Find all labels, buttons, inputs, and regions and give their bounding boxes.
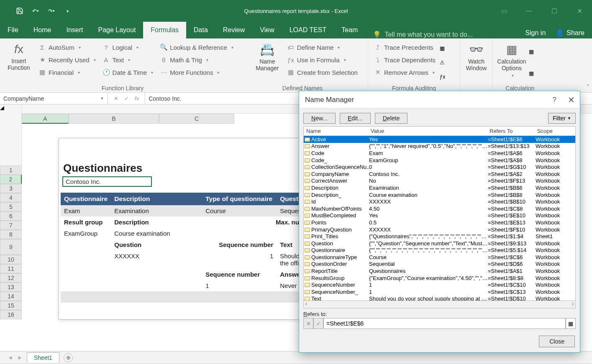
calculation-options-button[interactable]: ▦Calculation Options xyxy=(496,41,527,84)
page-layout-tab[interactable]: Page Layout xyxy=(90,22,143,38)
row-header-4[interactable]: 4 xyxy=(0,193,22,202)
math-trig-button[interactable]: θMath & Trig xyxy=(157,53,236,66)
row-header-6[interactable]: 6 xyxy=(0,211,22,221)
autosum-button[interactable]: ΣAutoSum xyxy=(36,41,98,53)
name-row[interactable]: Question{"","Question","Sequence number"… xyxy=(304,240,575,247)
enter-formula-icon[interactable]: ✓ xyxy=(124,95,129,102)
selected-cell[interactable]: Contoso Inc. xyxy=(62,176,152,187)
date-time-button[interactable]: 🕐Date & Time xyxy=(100,66,156,79)
row-header-9[interactable]: 9 xyxy=(0,239,22,255)
calculate-sheet-icon[interactable]: ▦ xyxy=(529,70,534,76)
data-tab[interactable]: Data xyxy=(186,22,215,38)
row-header-13[interactable]: 13 xyxy=(0,283,22,292)
qat-customize[interactable]: ▾ xyxy=(59,4,75,18)
name-row[interactable]: Points0.5=Sheet1!$E$13Workbook xyxy=(304,219,575,226)
undo-button[interactable]: ↶▾ xyxy=(28,4,44,18)
filter-button[interactable]: Filter▼ xyxy=(548,113,576,124)
horizontal-scrollbar[interactable]: ‹› xyxy=(303,301,576,308)
name-row[interactable]: PrimaryQuestionXXXXXX=Sheet1!$F$10Workbo… xyxy=(304,226,575,233)
col-header-c[interactable]: C xyxy=(159,114,234,124)
name-box[interactable]: CompanyName▼ xyxy=(0,93,108,104)
watch-window-button[interactable]: 👓Watch Window xyxy=(464,41,489,91)
row-header-5[interactable]: 5 xyxy=(0,202,22,211)
col-value[interactable]: Value xyxy=(368,127,487,135)
col-scope[interactable]: Scope xyxy=(535,127,575,135)
name-manager-button[interactable]: 📇Name Manager xyxy=(252,41,283,84)
close-button[interactable]: ✕ xyxy=(567,3,592,18)
cancel-formula-icon[interactable]: ✕ xyxy=(114,95,118,102)
name-row[interactable]: Description_Course examination=Sheet1!$B… xyxy=(304,191,575,199)
row-header-16[interactable]: 16 xyxy=(0,310,22,319)
row-header-14[interactable]: 14 xyxy=(0,292,22,301)
sheet-tab[interactable]: Sheet1 xyxy=(27,352,59,363)
sheet-nav-prev[interactable]: ◄ xyxy=(8,354,13,361)
row-header-12[interactable]: 12 xyxy=(0,273,22,283)
new-button[interactable]: New... xyxy=(303,113,336,124)
view-tab[interactable]: View xyxy=(252,22,282,38)
row-header-3[interactable]: 3 xyxy=(0,184,22,193)
trace-precedents-button[interactable]: ⤴Trace Precedents xyxy=(372,41,438,53)
name-row[interactable]: CompanyNameContoso Inc.=Sheet1!$A$2Workb… xyxy=(304,171,575,178)
error-checking-icon[interactable]: ⚠ xyxy=(440,59,446,66)
file-tab[interactable]: File xyxy=(0,22,26,38)
name-row[interactable]: IdXXXXXX=Sheet1!$B$10Workbook xyxy=(304,198,575,205)
name-row[interactable]: TextShould you do your school supply sho… xyxy=(304,295,575,301)
col-name[interactable]: Name xyxy=(304,127,368,135)
name-row[interactable]: QuestionOrderSequential=Sheet1!$D$6Workb… xyxy=(304,261,575,268)
load-test-tab[interactable]: LOAD TEST xyxy=(282,22,334,38)
name-row[interactable]: CollectionSequenceNu...0=Sheet1!$G$10Wor… xyxy=(304,163,575,171)
remove-arrows-button[interactable]: ✕Remove Arrows xyxy=(372,66,438,79)
row-header-10[interactable]: 10 xyxy=(0,255,22,264)
close-icon[interactable]: ✕ xyxy=(568,95,575,105)
refers-to-input[interactable] xyxy=(323,318,566,329)
row-header-7[interactable]: 7 xyxy=(0,221,22,230)
redo-button[interactable]: ↷▾ xyxy=(44,4,59,18)
share-button[interactable]: 👤Share xyxy=(551,27,589,38)
sheet-nav-next[interactable]: ► xyxy=(17,354,23,361)
name-row[interactable]: QuestionnaireTypeCourse=Sheet1!$C$6Workb… xyxy=(304,254,575,261)
name-row[interactable]: ActiveYes=Sheet1!$E$6Workbook xyxy=(304,136,575,143)
cancel-refers-to-button[interactable]: ✕ xyxy=(303,318,313,329)
name-row[interactable]: MaxNumberOfPoints4.50=Sheet1!$C$8Workboo… xyxy=(304,205,575,212)
minimize-button[interactable]: — xyxy=(517,3,542,18)
home-tab[interactable]: Home xyxy=(26,22,59,38)
lookup-reference-button[interactable]: 🔍Lookup & Reference xyxy=(157,41,236,53)
define-name-button[interactable]: 🏷Define Name xyxy=(284,41,360,53)
insert-tab[interactable]: Insert xyxy=(59,22,90,38)
name-row[interactable]: ReportTitleQuestionnaires=Sheet1!$A$1Wor… xyxy=(304,267,575,275)
row-header-2[interactable]: 2 xyxy=(0,175,22,184)
col-header-b[interactable]: B xyxy=(69,114,159,124)
review-tab[interactable]: Review xyxy=(215,22,252,38)
evaluate-formula-icon[interactable]: ƒx xyxy=(440,74,446,80)
save-button[interactable] xyxy=(12,4,28,18)
name-row[interactable]: CorrectAnswerNo=Sheet1!$F$13Workbook xyxy=(304,178,575,185)
help-icon[interactable]: ? xyxy=(553,96,556,104)
name-row[interactable]: ResultsGroup{"ExamGroup","Course examina… xyxy=(304,275,575,282)
team-tab[interactable]: Team xyxy=(334,22,365,38)
row-header-15[interactable]: 15 xyxy=(0,301,22,310)
row-header-8[interactable]: 8 xyxy=(0,230,22,239)
delete-button[interactable]: Delete xyxy=(375,113,407,124)
calculate-now-icon[interactable]: ▦ xyxy=(529,48,534,55)
col-refers-to[interactable]: Refers To xyxy=(487,127,535,135)
show-formulas-icon[interactable]: ▦ xyxy=(440,45,446,51)
text-button[interactable]: AText xyxy=(100,53,156,66)
accept-refers-to-button[interactable]: ✓ xyxy=(313,318,323,329)
collapse-ribbon-icon[interactable]: ˄ xyxy=(587,84,589,90)
col-header-a[interactable]: A xyxy=(22,114,69,124)
financial-button[interactable]: ▦Financial xyxy=(36,66,98,79)
select-all-corner[interactable]: ◢ xyxy=(0,104,22,114)
create-from-selection-button[interactable]: ▦Create from Selection xyxy=(284,66,360,79)
use-in-formula-button[interactable]: ƒxUse in Formula xyxy=(284,53,360,66)
insert-function-button[interactable]: fxInsert Function xyxy=(3,41,34,84)
maximize-button[interactable]: ☐ xyxy=(542,3,567,18)
close-button[interactable]: Close xyxy=(539,336,575,347)
logical-button[interactable]: ?Logical xyxy=(100,41,156,53)
new-sheet-button[interactable]: ⊕ xyxy=(64,353,73,362)
edit-button[interactable]: Edit... xyxy=(340,113,371,124)
name-row[interactable]: Code_ExamGroup=Sheet1!$A$8Workbook xyxy=(304,157,575,164)
name-row[interactable]: Print_Titles{"Questionnaires","","","","… xyxy=(304,233,575,240)
name-row[interactable]: CodeExam=Sheet1!$A$6Workbook xyxy=(304,150,575,157)
row-header-11[interactable]: 11 xyxy=(0,264,22,273)
tell-me-search[interactable]: 💡Tell me what you want to do... xyxy=(373,31,473,38)
